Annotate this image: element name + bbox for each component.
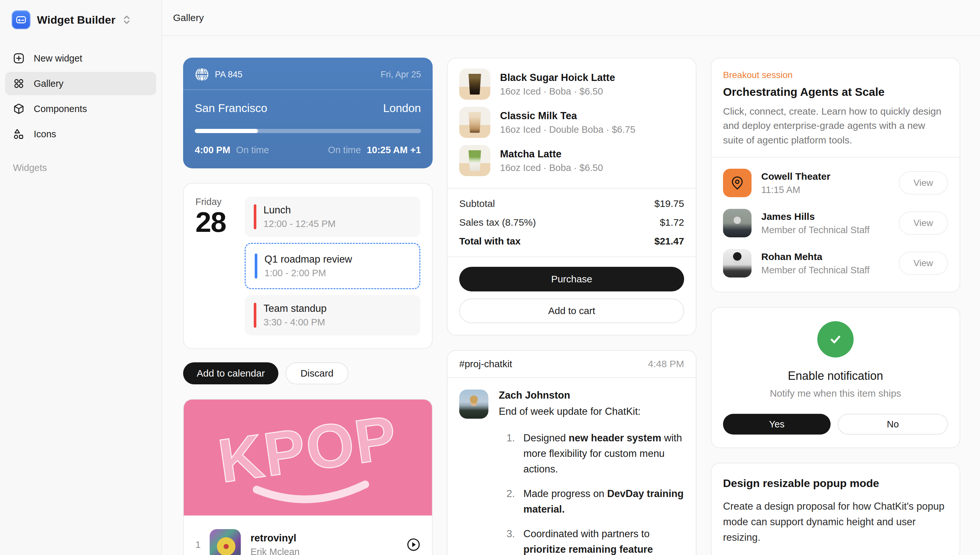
total-value: $21.47: [654, 236, 684, 247]
sidebar-item-label: Gallery: [34, 79, 64, 89]
view-button[interactable]: View: [899, 252, 948, 275]
top-bar: Gallery: [162, 0, 980, 36]
shapes-icon: [12, 128, 25, 141]
chat-message: Zach Johnston End of week update for Cha…: [447, 378, 696, 555]
speaker-row: James Hills Member of Technical Staff Vi…: [723, 203, 948, 243]
event-time: 12:00 - 12:45 PM: [264, 218, 335, 229]
speaker-name: Rohan Mehta: [761, 251, 889, 262]
event-title: Q1 roadmap review: [264, 253, 352, 265]
event-time: 3:30 - 4:00 PM: [264, 317, 327, 328]
add-to-cart-button[interactable]: Add to cart: [459, 298, 684, 323]
event-lunch[interactable]: Lunch 12:00 - 12:45 PM: [245, 197, 420, 237]
event-q1-roadmap-review[interactable]: Q1 roadmap review 1:00 - 2:00 PM: [245, 243, 420, 289]
purchase-button[interactable]: Purchase: [459, 267, 684, 292]
sidebar-item-icons[interactable]: Icons: [5, 122, 156, 146]
order-item: Matcha Latte 16oz Iced · Boba · $6.50: [459, 145, 684, 176]
item-meta: 16oz Iced · Double Boba · $6.75: [500, 124, 636, 135]
order-item-list: Black Sugar Hoick Latte 16oz Iced · Boba…: [447, 58, 696, 180]
item-meta: 16oz Iced · Boba · $6.50: [500, 162, 603, 173]
order-totals: Subtotal $19.75 Sales tax (8.75%) $1.72 …: [447, 188, 696, 257]
order-widget: Black Sugar Hoick Latte 16oz Iced · Boba…: [447, 58, 697, 335]
sidebar-item-label: Icons: [34, 129, 56, 140]
plus-square-icon: [12, 52, 25, 65]
avatar: [723, 249, 751, 278]
session-time: 11:15 AM: [761, 184, 889, 195]
sidebar: Widget Builder New widget: [0, 0, 162, 555]
chat-header: #proj-chatkit 4:48 PM: [447, 351, 696, 378]
sidebar-item-label: Components: [34, 104, 87, 114]
event-time: 1:00 - 2:00 PM: [264, 268, 352, 279]
add-to-calendar-button[interactable]: Add to calendar: [183, 363, 278, 384]
app-logo-icon: [12, 10, 31, 29]
session-eyebrow: Breakout session: [723, 70, 948, 80]
order-actions: Purchase Add to cart: [447, 257, 696, 335]
gallery-content: PA 845 Fri, Apr 25 San Francisco London …: [162, 36, 980, 555]
channel-name: #proj-chatkit: [459, 358, 512, 369]
track-number: 1: [195, 539, 210, 550]
list-item: 1. Designed new header system with more …: [507, 430, 684, 477]
gallery-grid-icon: [12, 77, 25, 90]
playlist-widget: KPOP 1 retrovinyl Erik Mclean: [183, 399, 433, 555]
workspace-switcher[interactable]: Widget Builder: [5, 9, 156, 32]
play-icon[interactable]: [407, 538, 420, 552]
arrive-time: 10:25 AM +1: [367, 145, 421, 156]
sidebar-item-gallery[interactable]: Gallery: [5, 72, 156, 95]
tax-label: Sales tax (8.75%): [459, 217, 536, 228]
sidebar-item-components[interactable]: Components: [5, 97, 156, 120]
calendar-actions: Add to calendar Discard: [183, 363, 433, 384]
cover-title-text: KPOP: [214, 403, 402, 496]
list-number: 3.: [507, 526, 523, 555]
airline-globe-icon: [195, 67, 209, 82]
app-title: Widget Builder: [37, 14, 115, 26]
notification-actions: Yes No: [723, 414, 948, 435]
message-ordered-list: 1. Designed new header system with more …: [499, 430, 684, 555]
event-title: Team standup: [264, 303, 327, 314]
task-title: Design resizable popup mode: [723, 477, 948, 489]
item-name: Black Sugar Hoick Latte: [500, 72, 615, 83]
column-2: Black Sugar Hoick Latte 16oz Iced · Boba…: [447, 58, 697, 555]
tax-value: $1.72: [660, 217, 684, 228]
notification-widget: Enable notification Notify me when this …: [711, 307, 960, 448]
arrive-status: On time: [328, 145, 361, 156]
list-number: 2.: [507, 486, 523, 517]
location-pin-icon: [723, 169, 751, 197]
flight-widget[interactable]: PA 845 Fri, Apr 25 San Francisco London …: [183, 58, 433, 168]
event-list: Lunch 12:00 - 12:45 PM Q1 roadmap review…: [245, 197, 420, 335]
item-name: Matcha Latte: [500, 148, 603, 160]
notification-title: Enable notification: [788, 369, 883, 383]
task-description: Create a design proposal for how ChatKit…: [723, 499, 948, 545]
drink-photo: [459, 69, 490, 100]
divider: [183, 89, 433, 90]
view-button[interactable]: View: [899, 171, 948, 195]
track-list: 1 retrovinyl Erik Mclean: [184, 515, 432, 555]
order-item: Black Sugar Hoick Latte 16oz Iced · Boba…: [459, 69, 684, 100]
flight-number: PA 845: [215, 70, 242, 80]
track-artwork: [210, 529, 241, 555]
view-button[interactable]: View: [899, 212, 948, 235]
discard-button[interactable]: Discard: [285, 363, 348, 384]
speaker-role: Member of Technical Staff: [761, 225, 889, 236]
location-name: Cowell Theater: [761, 171, 889, 182]
sidebar-item-new-widget[interactable]: New widget: [5, 47, 156, 70]
subtotal-label: Subtotal: [459, 198, 495, 209]
depart-time: 4:00 PM: [195, 145, 230, 156]
notification-subtitle: Notify me when this item ships: [770, 388, 901, 399]
main-area: Gallery: [162, 0, 980, 555]
avatar: [459, 390, 488, 419]
event-title: Lunch: [264, 204, 335, 216]
track-row[interactable]: 1 retrovinyl Erik Mclean: [195, 524, 420, 555]
order-item: Classic Milk Tea 16oz Iced · Double Boba…: [459, 107, 684, 138]
avatar: [723, 209, 751, 237]
cube-icon: [12, 102, 25, 115]
column-1: PA 845 Fri, Apr 25 San Francisco London …: [183, 58, 433, 555]
event-team-standup[interactable]: Team standup 3:30 - 4:00 PM: [245, 295, 420, 335]
task-widget: Design resizable popup mode Create a des…: [711, 463, 960, 555]
total-label: Total with tax: [459, 236, 520, 247]
page-title: Gallery: [173, 12, 204, 23]
message-author: Zach Johnston: [499, 390, 684, 401]
item-meta: 16oz Iced · Boba · $6.50: [500, 86, 615, 97]
origin-city: San Francisco: [195, 102, 267, 115]
no-button[interactable]: No: [838, 414, 948, 435]
yes-button[interactable]: Yes: [723, 414, 830, 435]
depart-status: On time: [236, 145, 269, 156]
